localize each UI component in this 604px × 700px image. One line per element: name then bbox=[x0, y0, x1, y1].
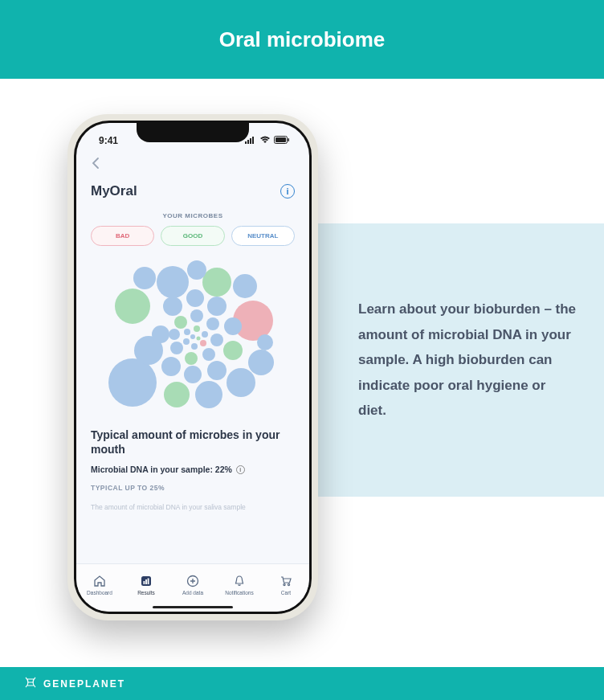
svg-point-25 bbox=[223, 341, 243, 360]
status-right bbox=[245, 135, 290, 146]
app-header: MyOral i bbox=[91, 183, 295, 199]
svg-point-37 bbox=[169, 329, 180, 340]
svg-point-39 bbox=[194, 325, 200, 332]
svg-point-42 bbox=[191, 343, 198, 350]
dna-percentage-text: Microbial DNA in your sample: 22% bbox=[91, 465, 232, 474]
pill-bad[interactable]: BAD bbox=[91, 226, 154, 246]
screen-content: MyOral i YOUR MICROBES BAD GOOD NEUTRAL bbox=[76, 150, 309, 563]
brand-logo: GENEPLANET bbox=[24, 677, 125, 690]
dna-icon bbox=[24, 677, 37, 690]
svg-point-19 bbox=[187, 260, 206, 280]
chart-icon bbox=[140, 575, 153, 588]
tab-adddata-label: Add data bbox=[182, 590, 203, 596]
microbiome-bubble-chart bbox=[91, 254, 295, 423]
svg-point-26 bbox=[207, 361, 226, 380]
main-area: Learn about your bioburden – the amount … bbox=[0, 79, 604, 667]
svg-point-11 bbox=[202, 268, 231, 297]
svg-point-44 bbox=[190, 334, 195, 339]
tab-cart-label: Cart bbox=[281, 590, 291, 596]
svg-rect-47 bbox=[144, 581, 145, 584]
svg-point-36 bbox=[170, 342, 183, 354]
info-icon[interactable]: i bbox=[280, 184, 295, 199]
phone-screen: 9:41 bbox=[76, 123, 309, 612]
svg-point-30 bbox=[174, 316, 187, 329]
tab-cart[interactable]: Cart bbox=[263, 564, 309, 605]
phone-bezel: 9:41 bbox=[74, 121, 312, 614]
svg-point-51 bbox=[284, 583, 285, 585]
pill-neutral[interactable]: NEUTRAL bbox=[231, 226, 295, 246]
tab-dashboard-label: Dashboard bbox=[87, 590, 112, 596]
battery-icon bbox=[274, 135, 290, 146]
tab-notifications-label: Notifications bbox=[225, 590, 253, 596]
svg-point-33 bbox=[210, 334, 223, 346]
microbe-filter-pills: BAD GOOD NEUTRAL bbox=[91, 226, 295, 246]
svg-point-45 bbox=[197, 337, 201, 341]
phone-notch bbox=[137, 123, 249, 142]
svg-point-34 bbox=[202, 348, 215, 361]
svg-point-35 bbox=[185, 352, 198, 365]
svg-point-41 bbox=[200, 340, 206, 346]
svg-point-31 bbox=[190, 309, 203, 322]
svg-rect-48 bbox=[145, 579, 147, 584]
footer-bar: GENEPLANET bbox=[0, 667, 604, 700]
svg-point-15 bbox=[195, 381, 222, 408]
svg-rect-2 bbox=[250, 138, 251, 144]
svg-rect-1 bbox=[247, 140, 249, 144]
brand-name: GENEPLANET bbox=[43, 678, 125, 690]
svg-point-18 bbox=[133, 267, 156, 289]
pill-good[interactable]: GOOD bbox=[161, 226, 224, 246]
result-title: Typical amount of microbes in your mouth bbox=[91, 428, 295, 456]
tab-results-label: Results bbox=[137, 590, 155, 596]
svg-point-7 bbox=[108, 358, 157, 407]
bottom-tab-bar: Dashboard Results Add data bbox=[76, 563, 309, 612]
svg-point-23 bbox=[207, 297, 226, 316]
phone-frame: 9:41 bbox=[67, 114, 318, 620]
home-icon bbox=[93, 575, 107, 588]
svg-point-12 bbox=[233, 274, 257, 298]
wifi-icon bbox=[259, 135, 271, 146]
app-title: MyOral bbox=[91, 183, 137, 199]
svg-rect-5 bbox=[275, 137, 286, 142]
typical-threshold-line: TYPICAL UP TO 25% bbox=[91, 484, 295, 492]
side-info-panel: Learn about your bioburden – the amount … bbox=[307, 223, 604, 497]
cart-icon bbox=[280, 575, 293, 588]
top-banner: Oral microbiome bbox=[0, 0, 604, 79]
svg-point-38 bbox=[184, 329, 190, 335]
svg-point-14 bbox=[226, 368, 255, 397]
banner-title: Oral microbiome bbox=[219, 27, 386, 52]
tab-results[interactable]: Results bbox=[123, 564, 169, 605]
svg-point-24 bbox=[224, 317, 242, 335]
svg-point-9 bbox=[115, 289, 150, 324]
svg-rect-6 bbox=[288, 138, 290, 141]
svg-point-16 bbox=[164, 382, 190, 407]
dna-percentage-line: Microbial DNA in your sample: 22% i bbox=[91, 465, 295, 474]
tab-dashboard[interactable]: Dashboard bbox=[76, 564, 123, 605]
bell-icon bbox=[233, 575, 247, 588]
svg-rect-49 bbox=[148, 579, 149, 585]
microbes-section-label: YOUR MICROBES bbox=[91, 212, 295, 219]
svg-point-10 bbox=[157, 266, 189, 298]
svg-rect-3 bbox=[252, 137, 254, 144]
tab-notifications[interactable]: Notifications bbox=[216, 564, 263, 605]
svg-point-40 bbox=[202, 331, 208, 338]
home-indicator bbox=[153, 606, 233, 609]
status-time: 9:41 bbox=[99, 135, 118, 146]
cutoff-description: The amount of microbial DNA in your sali… bbox=[91, 503, 295, 511]
svg-point-28 bbox=[161, 357, 181, 376]
svg-rect-0 bbox=[245, 141, 247, 144]
back-button[interactable] bbox=[91, 157, 295, 174]
svg-point-27 bbox=[184, 366, 202, 383]
svg-point-43 bbox=[183, 338, 190, 345]
tab-adddata[interactable]: Add data bbox=[169, 564, 216, 605]
side-info-text: Learn about your bioburden – the amount … bbox=[358, 297, 577, 423]
svg-point-13 bbox=[248, 350, 274, 375]
svg-point-22 bbox=[186, 289, 204, 307]
plus-circle-icon bbox=[186, 575, 200, 588]
svg-point-21 bbox=[163, 297, 182, 316]
info-mini-icon[interactable]: i bbox=[236, 465, 245, 474]
svg-point-52 bbox=[288, 583, 289, 585]
svg-point-29 bbox=[152, 325, 169, 343]
svg-point-32 bbox=[206, 317, 219, 330]
svg-point-20 bbox=[257, 334, 273, 350]
